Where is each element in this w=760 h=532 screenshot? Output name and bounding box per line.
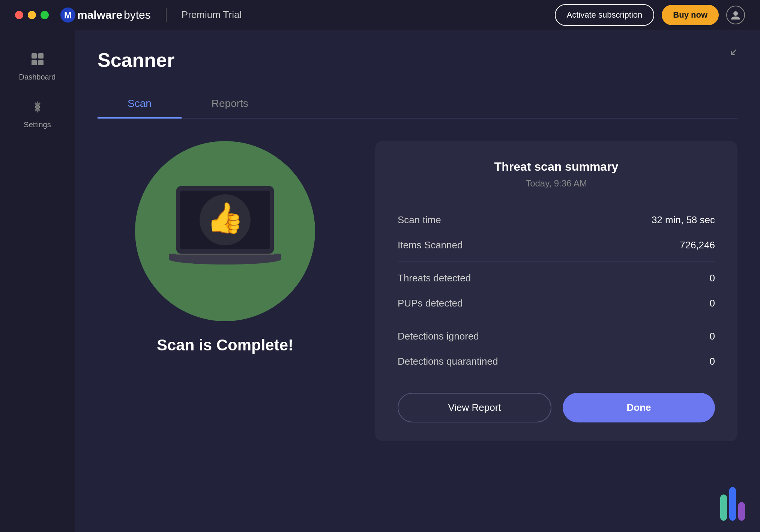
logo-bar-blue (729, 487, 736, 521)
main-content: Scanner Scan Reports (75, 30, 760, 532)
detections-ignored-row: Detections ignored 0 (398, 324, 715, 349)
user-icon (730, 10, 741, 20)
app-name-malware: malware (77, 9, 122, 21)
settings-label: Settings (24, 120, 51, 129)
items-scanned-value: 726,246 (680, 239, 715, 251)
scan-area: 👍 Scan is Complete! Threat scan summary … (98, 141, 737, 441)
logo-divider (166, 8, 167, 22)
scan-time-row: Scan time 32 min, 58 sec (398, 207, 715, 233)
app-logo: M malwarebytes Premium Trial (60, 7, 242, 23)
tabs-container: Scan Reports (98, 90, 737, 119)
threats-detected-value: 0 (710, 272, 715, 284)
tab-reports[interactable]: Reports (182, 90, 278, 119)
svg-text:👍: 👍 (206, 200, 244, 236)
malwarebytes-logo: M malwarebytes (60, 7, 151, 23)
buynow-button[interactable]: Buy now (662, 5, 719, 25)
sidebar-item-settings[interactable]: Settings (0, 93, 75, 137)
thumbs-circle: 👍 (135, 141, 315, 321)
titlebar: M malwarebytes Premium Trial Activate su… (0, 0, 760, 30)
divider-2 (398, 320, 715, 320)
logo-bar-purple (738, 502, 745, 521)
dashboard-label: Dashboard (19, 73, 56, 81)
minimize-button[interactable] (28, 11, 36, 19)
dashboard-icon (31, 53, 44, 69)
scan-time-label: Scan time (398, 214, 441, 226)
summary-card: Threat scan summary Today, 9:36 AM Scan … (375, 141, 737, 441)
app-body: Dashboard Settings Scanner Scan (0, 30, 760, 532)
scan-illustration: 👍 Scan is Complete! (98, 141, 353, 354)
items-scanned-row: Items Scanned 726,246 (398, 233, 715, 258)
svg-line-8 (731, 50, 736, 54)
detections-ignored-value: 0 (710, 331, 715, 342)
app-name-bytes: bytes (124, 9, 151, 21)
traffic-lights (15, 11, 49, 19)
divider-1 (398, 261, 715, 262)
laptop-illustration: 👍 (154, 175, 296, 287)
svg-text:M: M (64, 10, 72, 20)
summary-title: Threat scan summary (398, 160, 715, 174)
view-report-button[interactable]: View Report (398, 393, 551, 422)
detections-quarantined-value: 0 (710, 356, 715, 367)
tab-scan[interactable]: Scan (98, 90, 182, 119)
sidebar-item-dashboard[interactable]: Dashboard (0, 45, 75, 89)
logo-icon: M (60, 7, 76, 23)
logo-bar-green (720, 494, 727, 521)
svg-rect-6 (38, 60, 44, 65)
svg-rect-4 (38, 53, 44, 59)
threats-detected-row: Threats detected 0 (398, 266, 715, 291)
collapse-icon[interactable] (724, 45, 737, 62)
svg-rect-5 (32, 60, 37, 65)
detections-ignored-label: Detections ignored (398, 331, 479, 342)
scan-time-value: 32 min, 58 sec (652, 214, 715, 226)
settings-icon (31, 100, 44, 117)
bottom-logo (720, 487, 745, 521)
activate-button[interactable]: Activate subscription (555, 4, 655, 26)
maximize-button[interactable] (41, 11, 49, 19)
threats-detected-label: Threats detected (398, 272, 471, 284)
svg-point-2 (733, 11, 738, 16)
svg-rect-3 (32, 53, 37, 59)
card-actions: View Report Done (398, 393, 715, 422)
sidebar: Dashboard Settings (0, 30, 75, 532)
scan-complete-text: Scan is Complete! (157, 336, 293, 354)
items-scanned-label: Items Scanned (398, 239, 463, 251)
edition-label: Premium Trial (182, 9, 242, 21)
page-title: Scanner (98, 49, 737, 71)
pups-detected-row: PUPs detected 0 (398, 291, 715, 316)
close-button[interactable] (15, 11, 23, 19)
summary-date: Today, 9:36 AM (398, 178, 715, 189)
done-button[interactable]: Done (563, 393, 715, 422)
user-account-button[interactable] (726, 6, 745, 24)
titlebar-actions: Activate subscription Buy now (555, 4, 745, 26)
pups-detected-label: PUPs detected (398, 298, 463, 309)
pups-detected-value: 0 (710, 298, 715, 309)
detections-quarantined-label: Detections quarantined (398, 356, 498, 367)
detections-quarantined-row: Detections quarantined 0 (398, 349, 715, 374)
